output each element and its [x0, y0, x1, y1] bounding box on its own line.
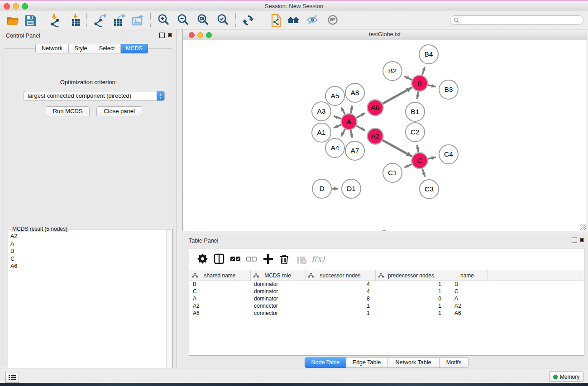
graph-node-C2[interactable]: C2 — [406, 123, 425, 142]
cell-name[interactable]: C — [447, 288, 488, 295]
cell-MCDS-role[interactable]: dominator — [250, 281, 305, 288]
zoom-out-button[interactable] — [175, 13, 191, 27]
edge-A-A4[interactable] — [341, 129, 345, 136]
search-field[interactable] — [450, 15, 583, 25]
delete-table-button[interactable] — [292, 252, 309, 266]
cell-predecessor-nodes[interactable]: 1 — [375, 281, 447, 288]
cell-shared-name[interactable]: C — [189, 288, 250, 295]
cell-name[interactable]: A2 — [447, 302, 488, 310]
cell-predecessor-nodes[interactable]: 0 — [375, 295, 447, 302]
graph-node-A7[interactable]: A7 — [345, 141, 364, 160]
home-layout-button[interactable] — [286, 13, 301, 27]
edge-B-B2[interactable] — [404, 76, 412, 80]
tab-motifs[interactable]: Motifs — [440, 357, 468, 368]
edge-C-C2[interactable] — [417, 145, 419, 152]
graph-node-A4[interactable]: A4 — [325, 138, 344, 157]
float-panel-icon[interactable] — [572, 238, 577, 243]
edge-A2-C[interactable] — [382, 140, 412, 157]
resize-grip-icon[interactable] — [580, 224, 586, 230]
mcds-result-list[interactable]: A2ABCA6 — [9, 233, 166, 381]
graph-node-C4[interactable]: C4 — [439, 145, 458, 164]
import-network-button[interactable] — [47, 13, 62, 27]
edge-A-A8[interactable] — [351, 105, 353, 114]
column-header-name[interactable]: name — [447, 270, 488, 281]
graph-node-A2[interactable]: A2 — [368, 129, 383, 144]
edge-A-A3[interactable] — [334, 116, 341, 119]
graph-node-B4[interactable]: B4 — [419, 45, 438, 64]
task-history-button[interactable] — [5, 372, 19, 383]
refresh-view-button[interactable] — [240, 13, 256, 27]
export-network-button[interactable] — [91, 13, 107, 27]
edge-A-A5[interactable] — [341, 108, 345, 114]
graph-node-C1[interactable]: C1 — [383, 163, 402, 182]
edge-C-C1[interactable] — [404, 164, 412, 168]
run-mcds-button[interactable]: Run MCDS — [46, 106, 90, 116]
float-panel-icon[interactable] — [159, 33, 165, 38]
result-item[interactable]: A — [10, 240, 166, 248]
result-item[interactable]: A2 — [10, 233, 166, 240]
column-header-predecessor-nodes[interactable]: predecessor nodes — [375, 270, 447, 281]
edge-B-B1[interactable] — [417, 91, 419, 99]
graph-node-A[interactable]: A — [341, 114, 357, 130]
graph-node-A6[interactable]: A6 — [368, 100, 383, 116]
cell-MCDS-role[interactable]: dominator — [250, 295, 305, 302]
criterion-dropdown[interactable]: largest connected component (directed) ▲… — [24, 91, 165, 101]
zoom-in-button[interactable] — [156, 13, 171, 27]
result-scrollbar[interactable] — [166, 229, 172, 381]
cell-successor-nodes[interactable]: 4 — [305, 281, 375, 288]
cell-successor-nodes[interactable]: 1 — [305, 302, 375, 310]
zoom-fit-button[interactable] — [195, 13, 210, 27]
graph-node-D1[interactable]: D1 — [342, 179, 361, 198]
edge-A-A6[interactable] — [356, 113, 365, 118]
toggle-columns-button[interactable] — [211, 252, 227, 266]
column-header-shared-name[interactable]: shared name — [189, 270, 251, 281]
network-graph-canvas[interactable]: B4 B2 B B3 A8 A5 A6 A3 B1 A A1 C2 A2 A4 … — [183, 40, 587, 231]
cell-successor-nodes[interactable]: 1 — [305, 310, 375, 317]
cell-shared-name[interactable]: A6 — [189, 310, 250, 317]
cell-shared-name[interactable]: A2 — [189, 302, 250, 310]
search-input[interactable] — [461, 17, 583, 24]
graph-node-A1[interactable]: A1 — [312, 123, 331, 142]
save-session-button[interactable] — [22, 13, 38, 27]
graph-node-A5[interactable]: A5 — [325, 86, 344, 105]
zoom-selected-button[interactable] — [215, 13, 230, 27]
export-table-button[interactable] — [110, 13, 126, 27]
cell-MCDS-role[interactable]: connector — [250, 310, 305, 317]
cell-name[interactable]: B — [447, 281, 488, 288]
cell-name[interactable]: A6 — [447, 310, 488, 317]
cell-successor-nodes[interactable]: 4 — [305, 288, 375, 295]
graph-node-B3[interactable]: B3 — [439, 80, 458, 99]
hide-selected-button[interactable] — [305, 13, 320, 27]
cell-predecessor-nodes[interactable]: 1 — [375, 310, 447, 317]
tab-node-table[interactable]: Node Table — [305, 357, 346, 368]
network-document-button[interactable] — [268, 13, 283, 27]
delete-column-button[interactable] — [276, 252, 292, 266]
column-header-MCDS-role[interactable]: MCDS role — [250, 270, 306, 281]
result-item[interactable]: B — [10, 248, 166, 255]
graph-node-B1[interactable]: B1 — [406, 102, 425, 121]
close-panel-button[interactable]: Close panel — [96, 106, 142, 116]
tab-style[interactable]: Style — [69, 44, 93, 53]
cell-shared-name[interactable]: A — [189, 295, 250, 302]
edge-A-A7[interactable] — [351, 130, 353, 138]
show-eye-button[interactable] — [325, 13, 340, 27]
edge-B-B3[interactable] — [428, 85, 436, 87]
tab-select[interactable]: Select — [93, 44, 121, 53]
edge-A-A1[interactable] — [334, 125, 341, 128]
import-table-button[interactable] — [67, 13, 83, 27]
uncheck-all-button[interactable] — [244, 252, 260, 266]
result-item[interactable]: C — [10, 255, 166, 263]
tab-edge-table[interactable]: Edge Table — [346, 357, 387, 368]
graph-node-D[interactable]: D — [312, 179, 331, 198]
edge-A6-B[interactable] — [382, 87, 412, 104]
result-item[interactable]: A6 — [10, 262, 166, 270]
edge-A-A2[interactable] — [356, 126, 365, 131]
cell-MCDS-role[interactable]: connector — [250, 302, 305, 310]
graph-node-A3[interactable]: A3 — [312, 102, 331, 121]
table-settings-gear-button[interactable] — [195, 252, 211, 266]
edge-B-B4[interactable] — [422, 67, 425, 76]
graph-node-B2[interactable]: B2 — [383, 62, 402, 81]
cell-predecessor-nodes[interactable]: 1 — [375, 302, 447, 310]
open-file-button[interactable] — [5, 13, 20, 27]
close-panel-icon[interactable]: ✖ — [579, 237, 584, 243]
